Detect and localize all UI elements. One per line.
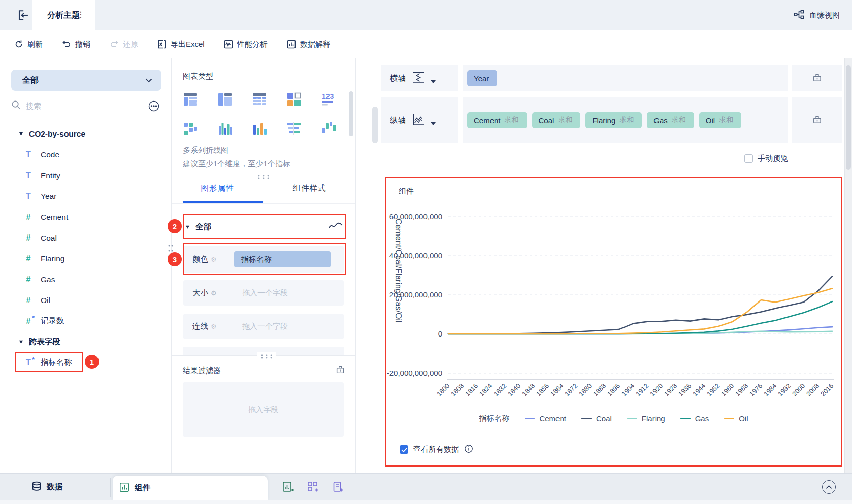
y-axis-shelf[interactable]: Cement求和Coal求和Flaring求和Gas求和Oil求和 [463, 97, 788, 143]
x-axis-type-icon[interactable] [411, 70, 425, 87]
chip-Flaring[interactable]: Flaring求和 [585, 112, 642, 128]
chart-type-table-group-icon[interactable] [217, 92, 233, 107]
add-chart-icon[interactable] [282, 481, 294, 493]
chart-type-hbars-split-icon[interactable] [286, 121, 302, 136]
divider [812, 479, 812, 495]
line-chart: 60,000,000,00040,000,000,00020,000,000,0… [387, 201, 839, 412]
svg-text:1808: 1808 [449, 382, 465, 398]
chip-Year[interactable]: Year [467, 70, 497, 86]
result-filter-title: 结果过滤器 [183, 366, 221, 376]
chart-type-bars-multi-icon[interactable] [252, 121, 267, 136]
caret-down-icon[interactable] [431, 80, 436, 83]
field-item-Oil[interactable]: #Oil [0, 290, 171, 311]
dataset-node[interactable]: CO2-by-source [0, 123, 171, 144]
add-pivot-icon[interactable] [307, 481, 319, 493]
bottom-strip [0, 500, 852, 504]
legend-dash-icon [581, 418, 592, 420]
chip-Coal[interactable]: Coal求和 [532, 112, 581, 128]
field-options-icon[interactable] [148, 100, 160, 114]
line-chart-svg: 60,000,000,00040,000,000,00020,000,000,0… [387, 201, 839, 410]
chart-type-pivot-icon[interactable] [286, 92, 302, 107]
undo-button[interactable]: 撤销 [62, 40, 90, 49]
search-input[interactable] [26, 102, 137, 110]
view-all-checkbox[interactable] [400, 445, 408, 454]
caret-down-icon[interactable] [431, 122, 436, 125]
refresh-button[interactable]: 刷新 [14, 40, 43, 49]
chart-type-float-bars-icon[interactable] [321, 121, 336, 136]
tab-graphic-properties[interactable]: 图形属性 [172, 183, 264, 194]
manual-preview-checkbox[interactable] [744, 154, 753, 163]
y-axis-type-icon[interactable] [411, 112, 425, 129]
lock-icon[interactable] [812, 72, 823, 85]
chart-type-table-icon[interactable] [183, 92, 198, 107]
collapse-panel-button[interactable] [822, 480, 836, 494]
legend-item-Flaring[interactable]: Flaring [627, 414, 665, 423]
field-item-Entity[interactable]: TEntity [0, 165, 171, 186]
chip-Cement[interactable]: Cement求和 [467, 112, 527, 128]
panel-drag-handle[interactable] [257, 172, 270, 181]
info-icon[interactable] [464, 444, 473, 455]
tab-data[interactable]: 数据 [31, 474, 62, 500]
lock-icon[interactable] [335, 364, 345, 377]
svg-text:1928: 1928 [663, 382, 678, 398]
line-mark-icon [328, 221, 343, 232]
field-item-记录数[interactable]: #*记录数 [0, 311, 171, 331]
svg-text:2000: 2000 [791, 382, 806, 398]
redo-button[interactable]: 还原 [110, 40, 138, 49]
legend-title: 指标名称 [479, 414, 509, 423]
chart-type-table-dense-icon[interactable] [252, 92, 267, 107]
tab-component-active[interactable]: 组件 [113, 476, 268, 500]
cross-fields-node[interactable]: 跨表字段 [0, 331, 171, 352]
window-scrollbar[interactable] [844, 58, 852, 504]
section-drag-handle[interactable] [257, 352, 276, 361]
gear-icon[interactable]: ⚙ [211, 323, 217, 330]
chart-type-bars-grouped-icon[interactable] [217, 121, 233, 136]
field-item-Year[interactable]: TYear [0, 186, 171, 207]
panel-scrollbar[interactable] [372, 107, 378, 143]
legend-item-Coal[interactable]: Coal [581, 414, 612, 423]
legend-item-Cement[interactable]: Cement [525, 414, 566, 423]
x-axis-lock-cell [792, 65, 842, 91]
field-item-Coal[interactable]: #Coal [0, 227, 171, 248]
gear-icon[interactable]: ⚙ [211, 256, 217, 263]
svg-text:1888: 1888 [592, 382, 607, 398]
mark-group-all[interactable]: 全部 [185, 217, 343, 237]
more-menu-icon[interactable]: ⋮ [76, 10, 85, 21]
result-filter-dropzone[interactable]: 拖入字段 [183, 382, 344, 437]
chart-type-scrollbar[interactable] [349, 91, 353, 136]
performance-button[interactable]: 性能分析 [224, 40, 268, 49]
chip-Oil[interactable]: Oil求和 [699, 112, 741, 128]
prop-row-size: 大小⚙ 拖入一个字段 [183, 280, 344, 306]
field-item-Gas[interactable]: #Gas [0, 269, 171, 290]
legend-item-Oil[interactable]: Oil [724, 414, 748, 423]
lock-icon[interactable] [812, 114, 823, 127]
svg-text:1904: 1904 [620, 382, 636, 398]
chart-type-grid: 123 [183, 92, 339, 136]
legend-dash-icon [680, 418, 691, 420]
field-item-Flaring[interactable]: #Flaring [0, 248, 171, 269]
chart-type-kpi-icon[interactable]: 123 [321, 92, 336, 107]
text-field-icon: T [23, 150, 34, 159]
back-icon[interactable] [16, 8, 30, 22]
field-item-Code[interactable]: TCode [0, 144, 171, 165]
lineage-view-button[interactable]: 血缘视图 [794, 0, 840, 30]
legend-item-Gas[interactable]: Gas [680, 414, 709, 423]
chart-type-stack-blocks-icon[interactable] [183, 121, 198, 136]
line-drop-placeholder[interactable]: 拖入一个字段 [242, 322, 288, 331]
x-axis-label-cell: 横轴 [381, 65, 458, 91]
color-field-chip[interactable]: 指标名称 [234, 251, 331, 267]
dataset-scope-select[interactable]: 全部 [11, 70, 161, 91]
svg-text:1896: 1896 [606, 382, 621, 398]
calc-text-field-icon: T* [23, 358, 34, 367]
chip-Gas[interactable]: Gas求和 [647, 112, 694, 128]
svg-text:1992: 1992 [776, 382, 792, 398]
gear-icon[interactable]: ⚙ [211, 289, 217, 297]
add-page-icon[interactable] [332, 481, 344, 493]
tab-component-style[interactable]: 组件样式 [264, 183, 355, 194]
export-excel-button[interactable]: 导出Excel [157, 40, 205, 49]
field-item-Cement[interactable]: #Cement [0, 207, 171, 227]
data-explain-button[interactable]: 数据解释 [287, 40, 331, 49]
x-axis-shelf[interactable]: Year [463, 65, 788, 91]
size-drop-placeholder[interactable]: 拖入一个字段 [242, 288, 288, 298]
svg-text:1832: 1832 [492, 382, 508, 398]
